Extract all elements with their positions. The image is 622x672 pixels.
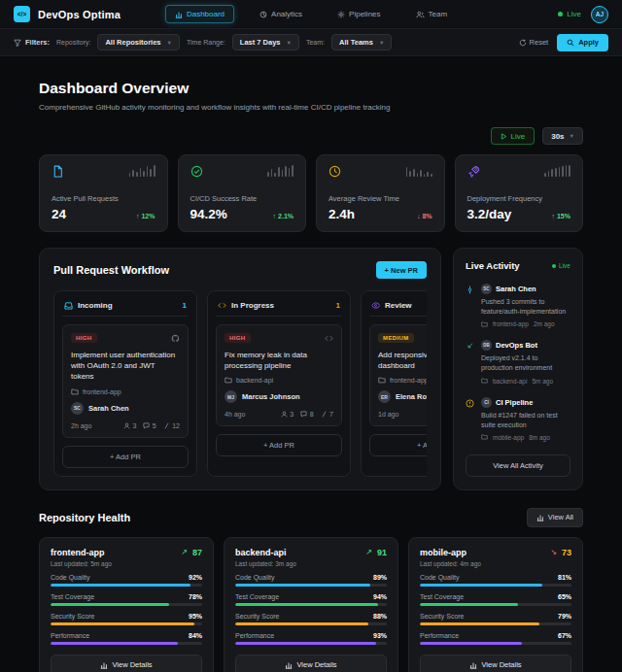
column-name: In Progress <box>231 301 274 310</box>
nav-item-pipelines[interactable]: Pipelines <box>328 5 390 23</box>
repo-card-frontend-app[interactable]: frontend-app Last updated: 5m ago ↗ 87 C… <box>39 537 214 672</box>
repo-card-mobile-app[interactable]: mobile-app Last updated: 4m ago ↘ 73 Cod… <box>408 537 583 672</box>
folder-icon <box>378 377 386 384</box>
activity-item[interactable]: SC Sarah Chen Pushed 3 commits to featur… <box>466 284 570 327</box>
add-pr-button[interactable]: + Add PR <box>62 446 189 468</box>
view-details-button[interactable]: View Details <box>51 655 202 672</box>
progress-bar <box>51 642 178 645</box>
stat-card-cicd-success[interactable]: CI/CD Success Rate 94.2% ↑ 2.1% <box>178 154 307 232</box>
repo-health-title: Repository Health <box>39 512 130 523</box>
user-avatar[interactable]: AJ <box>591 6 608 23</box>
trend-down-icon: ↘ <box>550 548 557 556</box>
repo-card-backend-api[interactable]: backend-api Last updated: 3m ago ↗ 91 Co… <box>224 537 398 672</box>
metric-label: Code Quality <box>420 574 459 581</box>
pr-repo-name: backend-api <box>236 377 273 384</box>
new-pr-button[interactable]: + New PR <box>376 261 427 279</box>
check-circle-icon <box>190 165 203 178</box>
time-range-select[interactable]: Last 7 Days ▼ <box>232 34 299 50</box>
stat-card-review-time[interactable]: Average Review Time 2.4h ↓ 8% <box>316 154 445 232</box>
bar-chart-icon <box>536 514 544 521</box>
bar-chart-icon <box>469 661 477 669</box>
author-avatar: ER <box>378 390 391 403</box>
pr-title: Implement user authentication with OAuth… <box>71 350 180 383</box>
repository-health-section: Repository Health View All frontend-app … <box>39 508 583 672</box>
pr-card[interactable]: HIGH Implement user authentication with … <box>62 324 189 438</box>
team-filter-label: Team: <box>306 39 325 46</box>
bar-chart-icon <box>175 11 183 18</box>
sparkline <box>544 165 570 177</box>
app-title: DevOps Optima <box>38 9 121 20</box>
metric-performance: Performance93% <box>235 632 387 645</box>
metric-security-score: Security Score79% <box>420 613 571 625</box>
activity-name: Sarah Chen <box>496 285 536 293</box>
nav-item-dashboard[interactable]: Dashboard <box>165 5 234 23</box>
view-details-button[interactable]: View Details <box>420 655 571 672</box>
rocket-icon <box>467 165 480 178</box>
kanban-columns: Incoming 1 HIGH Implement user authentic… <box>53 290 427 477</box>
repo-score: 87 <box>192 548 202 557</box>
activity-item[interactable]: CI CI Pipeline Build #1247 failed on tes… <box>466 397 570 441</box>
live-activity-panel: Live Activity Live SC Sarah Chen Pushed … <box>453 248 583 490</box>
metric-value: 92% <box>189 574 202 581</box>
team-select[interactable]: All Teams ▼ <box>331 34 392 50</box>
page-subtitle: Comprehensive GitHub activity monitoring… <box>39 103 583 112</box>
metric-label: Security Score <box>420 613 465 620</box>
stat-delta: ↓ 8% <box>417 213 432 219</box>
stat-card-active-prs[interactable]: Active Pull Requests 24 ↑ 12% <box>39 154 168 232</box>
stat-value: 24 <box>52 207 66 221</box>
stat-value: 3.2/day <box>467 207 512 221</box>
stat-delta: ↑ 2.1% <box>273 213 294 219</box>
metric-label: Security Score <box>235 613 280 620</box>
repository-select[interactable]: All Repositories ▼ <box>97 34 180 50</box>
live-toggle-button[interactable]: Live <box>491 127 536 145</box>
folder-icon <box>481 321 488 327</box>
gear-icon <box>337 11 345 18</box>
metric-code-quality: Code Quality89% <box>235 574 387 587</box>
view-all-button[interactable]: View All <box>527 508 583 527</box>
bar-chart-icon <box>285 661 293 669</box>
activity-desc: Build #1247 failed on test suite executi… <box>481 411 570 430</box>
activity-live-badge: Live <box>552 262 570 269</box>
filter-icon <box>14 39 21 47</box>
live-toggle-label: Live <box>511 132 526 141</box>
activity-repo: backend-api <box>493 378 527 385</box>
priority-badge: HIGH <box>71 333 97 343</box>
view-details-label: View Details <box>481 660 521 669</box>
metric-value: 84% <box>189 632 202 639</box>
nav-label: Team <box>429 10 448 18</box>
repo-updated: Last updated: 5m ago <box>51 560 112 567</box>
clock-icon <box>328 165 341 178</box>
metric-value: 65% <box>558 593 571 600</box>
metric-performance: Performance84% <box>51 632 202 645</box>
add-pr-button[interactable]: + Add PR <box>369 434 427 456</box>
play-icon <box>501 133 507 140</box>
team-icon <box>416 11 425 18</box>
pr-card[interactable]: MEDIUM Add responsive design dashboard f… <box>369 324 427 426</box>
pr-changes: 12 <box>172 422 180 429</box>
stat-card-deploy-freq[interactable]: Deployment Frequency 3.2/day ↑ 15% <box>455 154 584 232</box>
chevron-down-icon: ▼ <box>287 40 292 46</box>
nav-item-team[interactable]: Team <box>406 5 458 23</box>
repository-filter-label: Repository: <box>56 39 90 46</box>
comments-icon <box>143 422 150 429</box>
metric-test-coverage: Test Coverage65% <box>420 593 571 606</box>
refresh-interval-select[interactable]: 30s ▼ <box>542 127 583 145</box>
view-all-activity-button[interactable]: View All Activity <box>466 454 570 477</box>
pr-card[interactable]: HIGH Fix memory leak in data processing … <box>216 324 342 426</box>
changes-icon <box>163 422 170 429</box>
metric-value: 79% <box>558 613 571 620</box>
reset-button[interactable]: Reset <box>519 38 549 47</box>
view-details-button[interactable]: View Details <box>235 655 387 672</box>
topbar: </> DevOps Optima Dashboard Analytics Pi… <box>0 0 622 29</box>
apply-button[interactable]: Apply <box>557 34 608 51</box>
activity-desc: Pushed 3 commits to feature/auth-impleme… <box>481 297 570 317</box>
view-all-label: View All <box>548 513 573 521</box>
activity-item[interactable]: DB DevOps Bot Deployed v2.1.4 to product… <box>466 340 570 384</box>
metric-label: Code Quality <box>51 574 89 581</box>
repo-updated: Last updated: 4m ago <box>420 560 481 567</box>
metric-code-quality: Code Quality81% <box>420 574 571 587</box>
add-pr-button[interactable]: + Add PR <box>216 434 342 456</box>
nav-item-analytics[interactable]: Analytics <box>250 5 312 23</box>
activity-avatar: DB <box>481 340 492 351</box>
metric-test-coverage: Test Coverage94% <box>235 593 387 606</box>
